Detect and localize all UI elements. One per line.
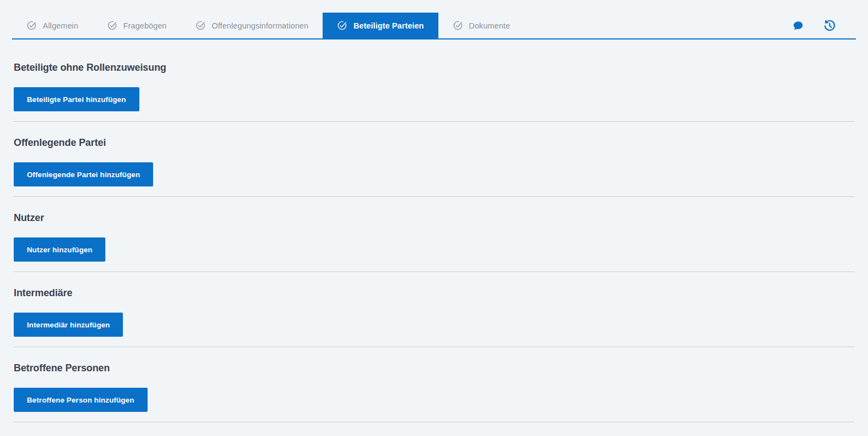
- tab-bar-actions: [792, 13, 856, 38]
- add-offenlegende-partei-button[interactable]: Offenlegende Partei hinzufügen: [14, 162, 153, 186]
- tab-label: Dokumente: [469, 21, 510, 30]
- add-betroffene-person-button[interactable]: Betroffene Person hinzufügen: [14, 388, 148, 412]
- tab-allgemein[interactable]: Allgemein: [12, 13, 93, 38]
- tab-beteiligte-parteien[interactable]: Beteiligte Parteien: [323, 13, 438, 38]
- section-title: Betroffene Personen: [14, 362, 854, 375]
- tab-label: Offenlegungsinformationen: [212, 21, 308, 30]
- section-offenlegende-partei: Offenlegende Partei Offenlegende Partei …: [14, 122, 854, 197]
- tab-frageboegen[interactable]: Fragebögen: [93, 13, 181, 38]
- tab-label: Beteiligte Parteien: [353, 21, 424, 30]
- check-circle-icon: [195, 20, 206, 31]
- section-betroffene-personen: Betroffene Personen Betroffene Person hi…: [14, 347, 854, 422]
- section-nutzer: Nutzer Nutzer hinzufügen: [14, 197, 854, 272]
- section-intermediaere: Intermediäre Intermediär hinzufügen: [14, 272, 854, 347]
- history-button[interactable]: [822, 19, 836, 32]
- section-beteiligte-ohne-rollenzuweisung: Beteiligte ohne Rollenzuweisung Beteilig…: [14, 47, 854, 122]
- add-intermediaer-button[interactable]: Intermediär hinzufügen: [14, 313, 123, 337]
- check-circle-icon: [26, 20, 37, 31]
- section-title: Intermediäre: [14, 287, 854, 299]
- check-circle-icon: [107, 20, 117, 31]
- check-circle-icon: [453, 20, 463, 31]
- tab-list: Allgemein Fragebögen Offenlegungsinforma…: [12, 13, 525, 38]
- add-nutzer-button[interactable]: Nutzer hinzufügen: [14, 237, 105, 262]
- tab-offenlegungsinformationen[interactable]: Offenlegungsinformationen: [181, 13, 323, 38]
- section-title: Nutzer: [14, 212, 854, 224]
- history-icon: [822, 19, 836, 32]
- section-title: Beteiligte ohne Rollenzuweisung: [14, 61, 854, 74]
- add-beteiligte-partei-button[interactable]: Beteiligte Partei hinzufügen: [14, 87, 139, 111]
- tab-bar: Allgemein Fragebögen Offenlegungsinforma…: [12, 13, 856, 39]
- tab-dokumente[interactable]: Dokumente: [438, 13, 525, 38]
- check-circle-icon: [337, 20, 347, 31]
- tab-label: Fragebögen: [123, 21, 167, 30]
- main-content: Beteiligte ohne Rollenzuweisung Beteilig…: [14, 39, 854, 422]
- comments-button[interactable]: [792, 20, 804, 32]
- comment-icon: [792, 20, 804, 32]
- section-title: Offenlegende Partei: [14, 137, 854, 149]
- tab-label: Allgemein: [43, 21, 78, 30]
